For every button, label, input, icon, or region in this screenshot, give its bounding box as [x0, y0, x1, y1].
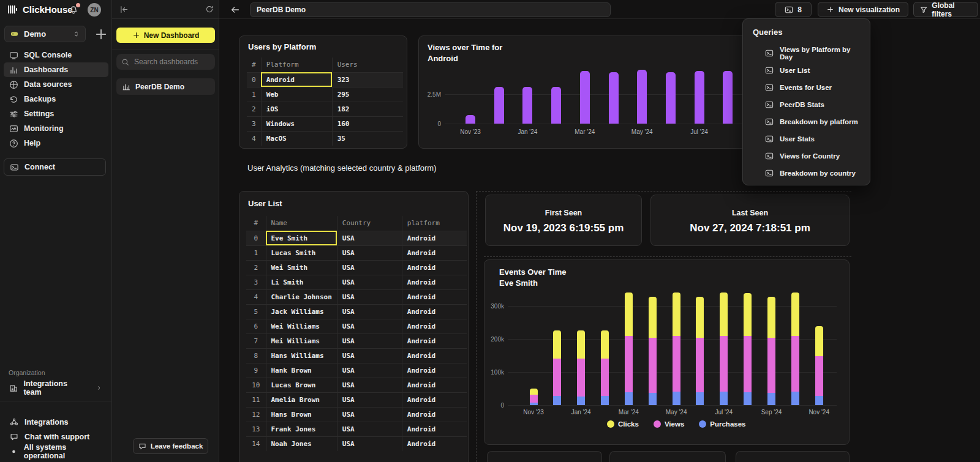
table-cell[interactable]: iOS — [261, 102, 332, 116]
row-index-cell[interactable]: 10 — [246, 378, 266, 392]
row-index-cell[interactable]: 1 — [247, 87, 261, 102]
chart-bar-segment[interactable] — [767, 338, 775, 393]
table-cell[interactable]: Android — [402, 304, 467, 319]
chart-bar-segment[interactable] — [649, 393, 657, 405]
chart-bar-segment[interactable] — [744, 392, 752, 405]
chart-bar-segment[interactable] — [530, 389, 538, 395]
chart-bar[interactable] — [580, 71, 590, 124]
workspace-selector[interactable]: Demo — [4, 26, 86, 42]
chart-bar-segment[interactable] — [673, 292, 680, 335]
chart-bar-segment[interactable] — [625, 292, 633, 335]
table-row[interactable]: 7Mei WilliamsUSAAndroid — [246, 333, 467, 348]
refresh-icon[interactable] — [205, 5, 214, 13]
sidebar-item-integrations[interactable]: Integrations — [4, 415, 108, 430]
chart-bar-segment[interactable] — [530, 395, 538, 403]
chart-bar-segment[interactable] — [696, 338, 704, 392]
chart-bar-segment[interactable] — [577, 359, 585, 397]
chart-bar-segment[interactable] — [720, 292, 728, 335]
table-cell[interactable]: Android — [402, 289, 467, 304]
queries-menu-item[interactable]: Views for Country — [743, 147, 870, 165]
chart-bar[interactable] — [551, 87, 561, 124]
row-index-cell[interactable]: 6 — [246, 319, 266, 333]
queries-menu-item[interactable]: PeerDB Stats — [743, 96, 870, 113]
table-cell[interactable]: Mei Williams — [266, 333, 337, 348]
global-filters-button[interactable]: Global filters — [913, 2, 978, 17]
chart-bar-segment[interactable] — [815, 396, 823, 405]
table-row[interactable]: 4Charlie JohnsonUSAAndroid — [246, 289, 467, 304]
add-workspace-button[interactable] — [94, 27, 108, 42]
table-row[interactable]: 2iOS182 — [247, 102, 403, 116]
queries-menu-item[interactable]: Breakdown by country — [743, 165, 870, 182]
table-row[interactable]: 5Jack WilliamsUSAAndroid — [246, 304, 467, 319]
sidebar-item-all-systems-operational[interactable]: All systems operational — [4, 444, 108, 459]
dashboard-list-item[interactable]: PeerDB Demo — [116, 78, 215, 95]
table-row[interactable]: 3Li SmithUSAAndroid — [246, 275, 467, 289]
avatar[interactable]: ZN — [88, 3, 101, 17]
column-header[interactable]: platform — [402, 216, 467, 231]
chart-bar-segment[interactable] — [649, 338, 657, 393]
table-cell[interactable]: Eve Smith — [266, 231, 337, 245]
row-index-cell[interactable]: 12 — [246, 407, 266, 422]
table-row[interactable]: 3Windows160 — [247, 116, 403, 131]
row-index-cell[interactable]: 1 — [246, 245, 266, 260]
table-cell[interactable]: Android — [402, 231, 467, 245]
table-cell[interactable]: Hans Williams — [266, 348, 337, 363]
table-cell[interactable]: Noah Jones — [266, 436, 337, 451]
table-cell[interactable]: USA — [337, 304, 402, 319]
table-row[interactable]: 6Wei WilliamsUSAAndroid — [246, 319, 467, 333]
column-header[interactable]: Country — [337, 216, 402, 231]
row-index-cell[interactable]: 2 — [246, 260, 266, 275]
table-row[interactable]: 11Amelia BrownUSAAndroid — [246, 392, 467, 407]
table-row[interactable]: 0Eve SmithUSAAndroid — [246, 231, 467, 245]
chart-bar-segment[interactable] — [791, 292, 799, 335]
table-row[interactable]: 12Hans BrownUSAAndroid — [246, 407, 467, 422]
table-cell[interactable]: Android — [261, 72, 332, 87]
row-index-cell[interactable]: 3 — [246, 275, 266, 289]
sidebar-item-settings[interactable]: Settings — [4, 106, 108, 121]
chart-bar[interactable] — [637, 70, 647, 124]
table-row[interactable]: 10Lucas BrownUSAAndroid — [246, 378, 467, 392]
table-cell[interactable]: Android — [402, 407, 467, 422]
table-row[interactable]: 13Frank JonesUSAAndroid — [246, 422, 467, 436]
chart-bar-segment[interactable] — [625, 336, 633, 393]
sidebar-item-backups[interactable]: Backups — [4, 92, 108, 106]
table-cell[interactable]: USA — [337, 392, 402, 407]
table-cell[interactable]: USA — [337, 275, 402, 289]
queries-count-button[interactable]: 8 — [775, 2, 812, 17]
table-cell[interactable]: Android — [402, 245, 467, 260]
chart-bar-segment[interactable] — [744, 293, 752, 336]
legend-item[interactable]: Clicks — [607, 420, 639, 428]
table-cell[interactable]: USA — [337, 260, 402, 275]
chart-bar-segment[interactable] — [815, 326, 823, 356]
sidebar-item-data-sources[interactable]: Data sources — [4, 77, 108, 92]
table-cell[interactable]: Li Smith — [266, 275, 337, 289]
column-header[interactable]: Users — [332, 58, 403, 72]
table-row[interactable]: 0Android323 — [247, 72, 403, 87]
queries-menu-item[interactable]: Breakdown by platform — [743, 113, 870, 130]
row-index-cell[interactable]: 7 — [246, 333, 266, 348]
table-row[interactable]: 8Hans WilliamsUSAAndroid — [246, 348, 467, 363]
row-index-cell[interactable]: 2 — [247, 102, 261, 116]
table-cell[interactable]: 35 — [332, 131, 403, 146]
queries-menu-item[interactable]: User Stats — [743, 130, 870, 147]
connect-button[interactable]: Connect — [4, 158, 106, 176]
chart-bar[interactable] — [695, 71, 704, 124]
table-cell[interactable]: MacOS — [261, 131, 332, 146]
chart-bar-segment[interactable] — [530, 403, 538, 405]
table-cell[interactable]: Android — [402, 348, 467, 363]
row-index-cell[interactable]: 14 — [246, 436, 266, 451]
table-cell[interactable]: Android — [402, 275, 467, 289]
table-cell[interactable]: Wei Smith — [266, 260, 337, 275]
chart-bar-segment[interactable] — [791, 336, 799, 392]
row-index-cell[interactable]: 13 — [246, 422, 266, 436]
table-cell[interactable]: Lucas Smith — [266, 245, 337, 260]
chart-bar-segment[interactable] — [767, 393, 775, 405]
queries-menu-item[interactable]: Views by Platform by Day — [743, 45, 870, 62]
sidebar-item-dashboards[interactable]: Dashboards — [4, 62, 108, 77]
table-row[interactable]: 14Noah JonesUSAAndroid — [246, 436, 467, 451]
table-cell[interactable]: Android — [402, 333, 467, 348]
table-cell[interactable]: 323 — [332, 72, 403, 87]
new-dashboard-button[interactable]: New Dashboard — [116, 28, 215, 43]
chart-bar-segment[interactable] — [720, 336, 728, 392]
table-cell[interactable]: Jack Williams — [266, 304, 337, 319]
